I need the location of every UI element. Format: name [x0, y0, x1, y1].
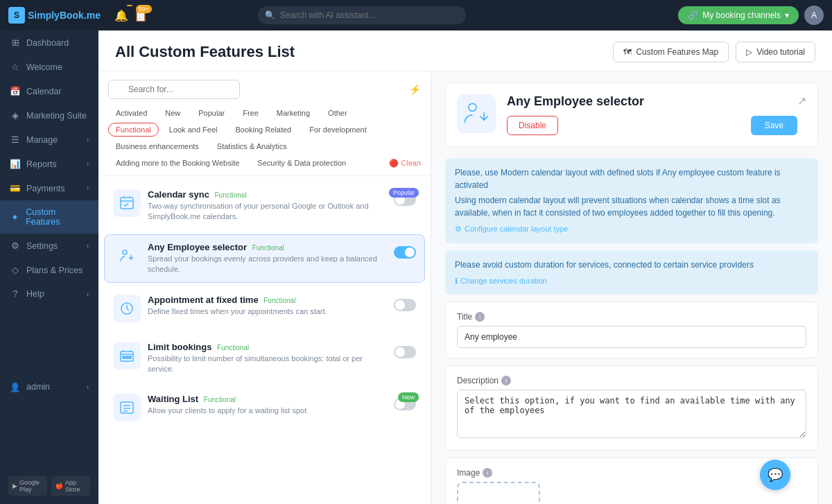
feature-search-input[interactable] [108, 80, 240, 99]
left-panel: 🔍 ⚡ Activated New Popular Free Marketing… [98, 71, 431, 504]
appointment-fixed-icon [113, 295, 141, 322]
feature-card-any-employee[interactable]: Any Employee selector Functional Spread … [104, 234, 425, 283]
sidebar-item-marketing[interactable]: ◈ Marketing Suite [0, 103, 98, 128]
feature-info-any-employee: Any Employee selector Functional Spread … [148, 242, 387, 275]
configure-calendar-link[interactable]: ⚙ Configure calendar layout type [455, 223, 808, 235]
clean-icon: 🔴 [389, 159, 399, 168]
toggle-limit-bookings[interactable] [394, 346, 416, 358]
tab-booking-related[interactable]: Booking Related [227, 123, 299, 137]
logo: S SimplyBook.me [8, 7, 101, 24]
tab-look-and-feel[interactable]: Look and Feel [162, 123, 225, 137]
apple-icon: 🍎 [55, 483, 63, 489]
image-upload-area[interactable] [457, 482, 540, 504]
feature-toggle-appointment-fixed[interactable] [394, 299, 416, 311]
sidebar-item-settings[interactable]: ⚙ Settings › [0, 234, 98, 258]
sidebar-item-payments[interactable]: 💳 Payments › [0, 176, 98, 200]
topnav-right: 🔗 My booking channels ▾ A [678, 6, 824, 25]
tab-marketing[interactable]: Marketing [269, 106, 318, 120]
custom-features-map-button[interactable]: 🗺 Custom Features Map [613, 42, 729, 62]
feature-name-calendar-sync: Calendar sync Functional [148, 189, 387, 200]
chevron-right-icon: › [87, 242, 89, 250]
image-label: Image i [457, 468, 806, 478]
admin-icon: 👤 [10, 382, 21, 392]
feature-desc-calendar-sync: Two-way synchronisation of your personal… [148, 201, 387, 223]
search-filter-bar: 🔍 ⚡ Activated New Popular Free Marketing… [98, 71, 431, 176]
feature-desc-any-employee: Spread your bookings evenly across provi… [148, 254, 387, 275]
booking-channels-button[interactable]: 🔗 My booking channels ▾ [678, 6, 799, 24]
content-area: 🔍 ⚡ Activated New Popular Free Marketing… [98, 71, 832, 504]
chevron-right-icon: › [87, 383, 89, 391]
toggle-appointment-fixed[interactable] [394, 299, 416, 311]
desc-label: Description i [457, 376, 806, 385]
tab-new[interactable]: New [157, 106, 188, 120]
waiting-list-icon [113, 394, 141, 422]
any-employee-icon [113, 242, 141, 270]
toggle-any-employee[interactable] [394, 246, 416, 259]
feature-info-limit-bookings: Limit bookings Functional Possibility to… [148, 342, 387, 375]
image-info-icon[interactable]: i [483, 468, 492, 478]
custom-features-icon: ✦ [10, 212, 20, 223]
feature-desc-appointment-fixed: Define fixed times when your appointment… [148, 306, 387, 317]
tab-adding-booking[interactable]: Adding more to the Booking Website [108, 156, 247, 170]
calendar-icon: 📅 [10, 86, 21, 96]
tab-for-development[interactable]: For development [302, 123, 374, 137]
tab-business-enhancements[interactable]: Business enhancements [108, 139, 207, 153]
tab-functional[interactable]: Functional [108, 123, 159, 137]
search-input[interactable] [258, 6, 466, 24]
alert1-detail: Using modern calendar layout will preven… [455, 194, 808, 219]
sidebar-item-welcome[interactable]: ☆ Welcome [0, 55, 98, 79]
chevron-right-icon: › [87, 290, 89, 298]
svg-rect-0 [121, 198, 133, 209]
logo-icon: S [8, 7, 25, 24]
page-header-top: All Custom Features List 🗺 Custom Featur… [115, 42, 815, 62]
sidebar-item-admin[interactable]: 👤 admin › [0, 375, 98, 399]
video-tutorial-button[interactable]: ▷ Video tutorial [736, 42, 815, 62]
sidebar-item-manage[interactable]: ☰ Manage › [0, 128, 98, 152]
tab-free[interactable]: Free [235, 106, 266, 120]
svg-rect-9 [126, 356, 128, 358]
tab-activated[interactable]: Activated [108, 106, 155, 120]
page-header-actions: 🗺 Custom Features Map ▷ Video tutorial [613, 42, 815, 62]
sidebar-item-reports[interactable]: 📊 Reports › [0, 152, 98, 176]
disable-button[interactable]: Disable [507, 116, 558, 135]
notification-icon[interactable]: 🔔 [114, 9, 128, 22]
feature-card-waiting-list[interactable]: Waiting List Functional Allow your clien… [104, 386, 425, 429]
desc-info-icon[interactable]: i [501, 376, 511, 385]
tab-popular[interactable]: Popular [191, 106, 232, 120]
feature-card-limit-bookings[interactable]: Limit bookings Functional Possibility to… [104, 334, 425, 383]
settings-link-icon: ⚙ [455, 223, 462, 235]
tab-security[interactable]: Security & Data protection [250, 156, 354, 170]
dashboard-icon: ⊞ [10, 37, 21, 48]
sidebar-item-plans[interactable]: ◇ Plans & Prices [0, 258, 98, 282]
title-info-icon[interactable]: i [475, 312, 485, 322]
feature-card-appointment-fixed[interactable]: Appointment at fixed time Functional Def… [104, 287, 425, 330]
link-icon: 🔗 [688, 10, 698, 20]
sidebar-item-help[interactable]: ? Help › [0, 282, 98, 306]
sidebar-item-calendar[interactable]: 📅 Calendar [0, 79, 98, 103]
popular-badge: Popular [389, 188, 419, 198]
title-input[interactable] [457, 326, 806, 348]
app-store-badge[interactable]: 🍎 App Store [51, 476, 90, 496]
feature-detail-title: Any Employee selector [507, 94, 797, 109]
tasks-icon[interactable]: 📋 99+ [134, 9, 148, 22]
chevron-down-icon: ▾ [785, 10, 789, 20]
svg-rect-10 [129, 356, 131, 358]
tab-statistics[interactable]: Statistics & Analytics [209, 139, 295, 153]
filter-icon[interactable]: ⚡ [409, 84, 421, 95]
sidebar: ⊞ Dashboard ☆ Welcome 📅 Calendar ◈ Marke… [0, 31, 98, 504]
sidebar-item-dashboard[interactable]: ⊞ Dashboard [0, 31, 98, 55]
save-button-top[interactable]: Save [751, 116, 797, 135]
reports-icon: 📊 [10, 159, 21, 169]
clean-link[interactable]: 🔴 Clean [389, 159, 421, 168]
chat-bubble[interactable]: 💬 [760, 460, 790, 490]
description-textarea[interactable]: Select this option, if you want to find … [457, 390, 806, 438]
feature-toggle-limit-bookings[interactable] [394, 346, 416, 358]
feature-toggle-any-employee[interactable] [394, 246, 416, 259]
chevron-right-icon: › [87, 184, 89, 192]
sidebar-item-custom-features[interactable]: ✦ Custom Features [0, 200, 98, 234]
change-services-link[interactable]: ℹ Change services duration [455, 275, 808, 287]
feature-card-calendar-sync[interactable]: Calendar sync Functional Two-way synchro… [104, 182, 425, 230]
tab-other[interactable]: Other [320, 106, 355, 120]
google-play-badge[interactable]: ▶ Google Play [8, 476, 47, 496]
expand-icon[interactable]: ↗ [797, 94, 806, 107]
